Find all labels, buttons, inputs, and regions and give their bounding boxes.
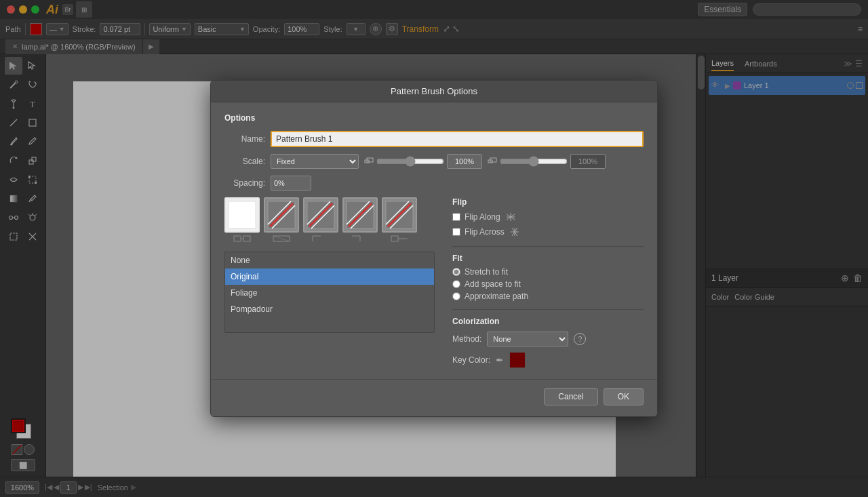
dialog-title: Pattern Brush Options	[391, 86, 477, 96]
scale-slider-2[interactable]	[500, 156, 568, 167]
pattern-foliage[interactable]: Foliage	[225, 285, 434, 301]
spacing-label: Spacing:	[224, 178, 265, 188]
tile-preview-5[interactable]	[382, 197, 417, 233]
pattern-list[interactable]: None Original Foliage Pompadour	[224, 252, 435, 333]
key-color-swatch[interactable]	[509, 352, 526, 368]
dialog-split: None Original Foliage Pompadour Flip Fli…	[224, 197, 644, 368]
dialog-footer: Cancel OK	[211, 379, 657, 416]
tile-sub-2	[264, 234, 299, 243]
svg-rect-25	[229, 201, 256, 228]
tile-row	[224, 197, 441, 243]
spacing-input[interactable]	[271, 176, 311, 191]
tile-preview-2[interactable]	[264, 197, 299, 233]
svg-rect-27	[243, 236, 250, 241]
scale-select[interactable]: Fixed	[271, 154, 359, 169]
dialog-pattern-brush: Pattern Brush Options Options Name: Patt…	[210, 80, 658, 417]
pattern-none[interactable]: None	[225, 252, 434, 269]
tile-preview-3[interactable]	[303, 197, 338, 233]
divider-2	[452, 309, 644, 310]
flip-across-row: Flip Across	[452, 226, 644, 238]
tile-start[interactable]	[382, 197, 417, 243]
eyedropper-icon[interactable]: ✒	[496, 355, 504, 365]
name-input[interactable]: Pattern Brush 1	[271, 131, 644, 147]
scale-label: Scale:	[224, 157, 265, 166]
scale-row: Scale: Fixed	[224, 154, 644, 169]
name-label: Name:	[224, 134, 265, 144]
stretch-to-fit-radio[interactable]	[452, 268, 460, 276]
flip-across-icon	[509, 226, 521, 238]
tile-sub-4	[342, 234, 378, 243]
method-row: Method: None ?	[452, 332, 644, 346]
cancel-button[interactable]: Cancel	[544, 388, 597, 405]
tile-svg-1	[227, 200, 257, 230]
tile-list-section: None Original Foliage Pompadour	[224, 197, 441, 368]
hint-icon[interactable]: ?	[574, 333, 586, 345]
tile-preview-1[interactable]	[224, 197, 260, 233]
tile-svg-2	[267, 200, 296, 230]
tile-svg-3	[306, 200, 336, 230]
svg-rect-26	[234, 236, 241, 241]
tile-sub-svg-4	[351, 235, 370, 243]
flip-along-label: Flip Along	[465, 212, 500, 222]
tile-sub-svg-3	[311, 235, 330, 243]
stretch-to-fit-label: Stretch to fit	[465, 267, 508, 277]
keycolor-label: Key Color:	[452, 355, 490, 365]
tile-sub-svg-2	[272, 235, 291, 243]
scale-slider-1[interactable]	[376, 156, 444, 167]
tile-outer-corner[interactable]	[303, 197, 338, 243]
tile-svg-5	[384, 200, 414, 230]
flip-across-label: Flip Across	[465, 227, 505, 237]
fit-section: Fit Stretch to fit Add space to fit Appr…	[452, 254, 644, 301]
flip-along-checkbox[interactable]	[452, 213, 460, 221]
svg-rect-47	[391, 236, 398, 241]
approximate-path-row: Approximate path	[452, 292, 644, 301]
colorization-title: Colorization	[452, 317, 644, 326]
scale-value-1[interactable]	[447, 154, 482, 169]
dialog-titlebar: Pattern Brush Options	[211, 81, 657, 102]
keycolor-row: Key Color: ✒	[452, 352, 644, 368]
method-label: Method:	[452, 334, 481, 344]
add-space-radio[interactable]	[452, 280, 460, 288]
tile-sub-3	[303, 234, 338, 243]
tile-inner-corner[interactable]	[342, 197, 378, 243]
flip-across-checkbox[interactable]	[452, 228, 460, 236]
dialog-body: Options Name: Pattern Brush 1 Scale: Fix…	[211, 102, 657, 379]
pattern-pompadour[interactable]: Pompadour	[225, 301, 434, 317]
flip-along-row: Flip Along	[452, 211, 644, 223]
flip-along-icon	[505, 211, 517, 223]
dialog-overlay: Pattern Brush Options Options Name: Patt…	[0, 0, 868, 497]
pattern-original[interactable]: Original	[225, 269, 434, 285]
approximate-path-radio[interactable]	[452, 292, 460, 300]
svg-line-34	[273, 236, 290, 241]
tile-sub-5	[382, 234, 417, 243]
fit-title: Fit	[452, 254, 644, 263]
add-space-row: Add space to fit	[452, 279, 644, 289]
options-section: Flip Flip Along Flip A	[441, 197, 644, 368]
ok-button[interactable]: OK	[604, 388, 644, 405]
method-select[interactable]: None	[487, 332, 568, 346]
tile-sub-1	[224, 234, 260, 243]
stretch-to-fit-row: Stretch to fit	[452, 267, 644, 277]
tile-sub-svg-5	[390, 235, 409, 243]
tile-svg-4	[345, 200, 375, 230]
scale-slider-1-container	[364, 154, 482, 169]
name-row: Name: Pattern Brush 1	[224, 131, 644, 147]
divider-1	[452, 246, 644, 247]
options-section-title: Options	[224, 113, 644, 123]
tile-sub-svg-1	[233, 235, 252, 243]
scale-icon-2	[488, 157, 497, 166]
add-space-label: Add space to fit	[465, 279, 521, 289]
flip-section: Flip Flip Along Flip A	[452, 197, 644, 238]
approximate-path-label: Approximate path	[465, 292, 528, 301]
colorization-section: Colorization Method: None ? Key Color: ✒	[452, 317, 644, 368]
scale-slider-2-container	[488, 154, 606, 169]
tile-side-outer[interactable]	[224, 197, 260, 243]
scale-value-2[interactable]	[570, 154, 606, 169]
flip-title: Flip	[452, 197, 644, 207]
tile-preview-4[interactable]	[342, 197, 378, 233]
scale-icon-1	[364, 157, 374, 166]
spacing-row: Spacing:	[224, 176, 644, 191]
tile-side-inner[interactable]	[264, 197, 299, 243]
